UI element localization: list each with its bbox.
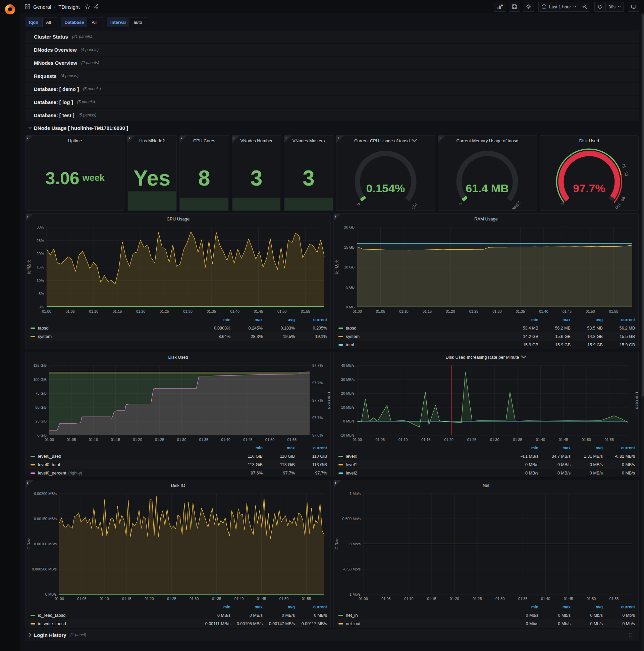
legend-series-name[interactable]: total — [346, 342, 354, 347]
legend-column-max[interactable]: max — [263, 446, 295, 450]
variable-label-Interval[interactable]: Interval — [107, 17, 129, 27]
sidebar-item-user-profile[interactable] — [4, 617, 16, 629]
drag-handle[interactable] — [629, 632, 632, 637]
legend-column-min[interactable]: min — [506, 317, 538, 322]
legend-column-max[interactable]: max — [538, 317, 571, 322]
time-range-picker[interactable]: Last 1 hour — [538, 2, 579, 12]
panel-info-icon[interactable]: i — [180, 135, 187, 143]
refresh-interval-picker[interactable]: 30s — [606, 2, 624, 12]
share-dashboard-icon[interactable] — [93, 4, 99, 9]
legend-series-name[interactable]: taosd — [38, 326, 49, 331]
zoom-out-time-button[interactable] — [579, 2, 590, 12]
legend-column-current[interactable]: current — [295, 446, 327, 450]
panel-info-icon[interactable]: i — [438, 135, 445, 143]
panel-info-icon[interactable]: i — [334, 214, 341, 221]
panel-title[interactable]: Disk Used Increasing Rate per Minute — [334, 352, 638, 362]
panel-title[interactable]: Current CPU Usage of taosd — [336, 135, 435, 146]
dashboard-row[interactable]: DNodes Overview(4 panels) — [26, 43, 639, 56]
legend-series-name[interactable]: level1 — [346, 462, 357, 467]
legend-column-current[interactable]: current — [295, 605, 327, 610]
legend-column-avg[interactable]: avg — [263, 605, 295, 610]
legend-column-max[interactable]: max — [230, 605, 263, 610]
panel-title[interactable]: Net — [334, 480, 638, 490]
legend-series-name[interactable]: level0_used — [38, 454, 61, 459]
legend-column-max[interactable]: max — [538, 605, 571, 610]
legend-column-current[interactable]: current — [295, 317, 327, 322]
dashboard-row[interactable]: Database: [ test ](5 panels) — [26, 109, 639, 121]
dashboard-row[interactable]: Database: [ demo ](5 panels) — [26, 83, 639, 95]
sidebar-item-help[interactable] — [4, 633, 16, 645]
legend-series-name[interactable]: level0 — [346, 454, 357, 459]
panel-title[interactable]: Uptime — [26, 135, 124, 146]
row-title: Database: [ log ] — [34, 99, 73, 105]
row-dnode-usage[interactable]: DNode Usage [ huolinhe-TM1701:6030 ] — [26, 122, 639, 133]
legend-series-name[interactable]: system — [38, 334, 52, 339]
scrollbar-track[interactable] — [641, 13, 644, 651]
legend-column-avg[interactable]: avg — [263, 317, 295, 322]
legend-column-avg[interactable]: avg — [571, 446, 603, 450]
legend-column-avg[interactable]: avg — [571, 605, 603, 610]
variable-value-Database[interactable]: All — [88, 17, 103, 27]
legend-column-current[interactable]: current — [603, 317, 635, 322]
panel-title[interactable]: RAM Usage — [334, 214, 638, 224]
panel-info-icon[interactable]: i — [284, 135, 291, 143]
sidebar-item-configuration[interactable] — [4, 102, 16, 114]
star-dashboard-icon[interactable] — [85, 4, 90, 9]
scrollbar-thumb[interactable] — [642, 14, 644, 397]
breadcrumb-section[interactable]: General — [33, 4, 51, 10]
legend-series-name[interactable]: net_out — [346, 621, 360, 626]
panel-title[interactable]: Current Memory Usage of taosd — [438, 135, 536, 146]
panel-info-icon[interactable]: i — [232, 135, 239, 143]
sidebar-item-search[interactable] — [4, 28, 16, 40]
legend-series-name[interactable]: level2 — [346, 470, 357, 475]
save-dashboard-button[interactable] — [509, 2, 520, 12]
legend-column-min[interactable]: min — [230, 446, 263, 450]
legend-column-min[interactable]: min — [506, 605, 538, 610]
panel-info-icon[interactable]: i — [26, 480, 33, 488]
legend-series-name[interactable]: system — [346, 334, 360, 339]
legend-series-name[interactable]: io_read_taosd — [38, 613, 65, 618]
panel-title[interactable]: Disk Used — [540, 135, 638, 146]
legend-column-max[interactable]: max — [538, 446, 571, 450]
variable-label-fqdn[interactable]: fqdn — [26, 17, 41, 27]
panel-info-icon[interactable]: i — [26, 214, 33, 221]
panel-title[interactable]: Disk Used — [26, 352, 330, 362]
dashboard-row[interactable]: Cluster Status(21 panels) — [26, 31, 639, 42]
legend-column-current[interactable]: current — [603, 446, 635, 450]
dashboard-row[interactable]: MNodes Overview(2 panels) — [26, 57, 639, 69]
sidebar-item-explore[interactable] — [4, 72, 16, 84]
dashboard-row[interactable]: Requests(4 panels) — [26, 70, 639, 82]
sidebar-item-alerting[interactable] — [4, 87, 16, 99]
breadcrumb-page[interactable]: TDinsight — [58, 4, 79, 10]
row-login-history[interactable]: Login History (1 panel) — [26, 629, 639, 641]
legend-series-name[interactable]: level0_total — [38, 462, 60, 467]
add-panel-button[interactable] — [494, 2, 506, 12]
legend-column-min[interactable]: min — [198, 317, 230, 322]
panel-info-icon[interactable]: i — [334, 480, 341, 488]
panel-info-icon[interactable]: i — [336, 135, 344, 143]
legend-series-name[interactable]: taosd — [346, 326, 357, 331]
sidebar-item-create[interactable] — [4, 43, 16, 54]
sidebar-item-server-admin[interactable] — [4, 117, 16, 128]
legend-column-current[interactable]: current — [603, 605, 635, 610]
panel-info-icon[interactable]: i — [26, 135, 33, 143]
legend-series-name[interactable]: io_write_taosd — [38, 621, 66, 626]
grafana-logo[interactable] — [0, 0, 20, 19]
variable-value-fqdn[interactable]: All — [42, 17, 57, 27]
refresh-button[interactable] — [594, 2, 606, 12]
legend-series-name[interactable]: level0_percent — [38, 470, 66, 475]
panel-info-icon[interactable]: i — [127, 135, 135, 143]
panel-title[interactable]: CPU Usage — [26, 214, 330, 224]
legend-column-min[interactable]: min — [506, 446, 538, 450]
legend-series-name[interactable]: net_in — [346, 613, 358, 618]
dashboard-row[interactable]: Database: [ log ](5 panels) — [26, 96, 639, 108]
legend-column-max[interactable]: max — [230, 317, 263, 322]
variable-label-Database[interactable]: Database — [61, 17, 88, 27]
panel-title[interactable]: Disk IO — [26, 480, 330, 490]
sidebar-item-dashboards[interactable] — [4, 58, 16, 69]
legend-column-min[interactable]: min — [198, 605, 230, 610]
cycle-view-mode-button[interactable] — [628, 2, 639, 12]
dashboard-settings-button[interactable] — [523, 2, 534, 12]
variable-value-Interval[interactable]: auto — [130, 17, 148, 27]
legend-column-avg[interactable]: avg — [571, 317, 603, 322]
